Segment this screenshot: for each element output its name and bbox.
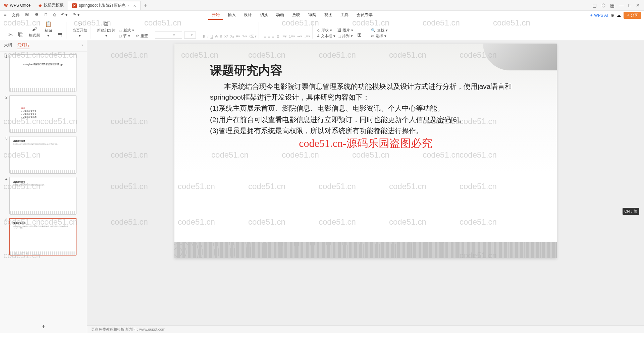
copy-button[interactable]: ⿻ bbox=[17, 31, 25, 39]
slide-body[interactable]: 本系统结合现今电影院订票信息管理系统的功能模块以及设计方式进行分析，使用java… bbox=[210, 80, 537, 137]
file-menu[interactable]: 文件 bbox=[10, 12, 21, 19]
bold-button[interactable]: B bbox=[203, 35, 205, 39]
reset-button[interactable]: ⟳ 重置 bbox=[136, 34, 148, 39]
layout-button[interactable]: ▭ 版式 ▾ bbox=[119, 28, 134, 33]
thumbnail-2[interactable]: 目录 1.1 课题研究背景 1.2 课题研究意义 1.3 课题研究内容 bbox=[9, 95, 76, 133]
clipboard-launcher[interactable]: ⬒ bbox=[55, 31, 64, 39]
close-tab-icon[interactable]: × bbox=[133, 3, 136, 8]
select-button[interactable]: ▭ 选择 ▾ bbox=[371, 34, 388, 39]
undo-icon[interactable]: ↶ ▾ bbox=[60, 12, 69, 19]
align-justify-button[interactable]: ≣ bbox=[276, 34, 279, 39]
cloud-icon[interactable]: ☁ bbox=[617, 13, 621, 18]
wave-decoration bbox=[174, 242, 557, 258]
new-slide-button[interactable]: ⊞新建幻灯片 ▾ bbox=[96, 20, 117, 39]
bullets-button[interactable]: ⁝≡▾ bbox=[281, 34, 287, 39]
italic-button[interactable]: I bbox=[207, 35, 208, 39]
canvas-area: 课题研究内容 本系统结合现今电影院订票信息管理系统的功能模块以及设计方式进行分析… bbox=[87, 40, 644, 333]
menu-view[interactable]: 视图 bbox=[321, 11, 336, 20]
app-tab[interactable]: W WPS Office bbox=[0, 3, 35, 8]
thumbnail-1[interactable]: springboot电影院订票信息管理系统.ppt bbox=[9, 54, 76, 92]
window-cube-icon[interactable]: ⬡ bbox=[601, 3, 605, 8]
search-icon[interactable]: ⊙ bbox=[611, 13, 614, 18]
save-icon[interactable]: 🖫 bbox=[24, 12, 31, 19]
thumbnails-list[interactable]: 1 springboot电影院订票信息管理系统.ppt 2 目录 1.1 课题研… bbox=[0, 52, 87, 321]
font-color-button[interactable]: A▾ bbox=[236, 34, 240, 39]
main-area: 大纲 幻灯片 ‹ 1 springboot电影院订票信息管理系统.ppt 2 目… bbox=[0, 40, 644, 333]
indent-button[interactable]: ⇥▾ bbox=[297, 34, 302, 39]
underline-button[interactable]: U bbox=[210, 35, 213, 39]
menu-review[interactable]: 审阅 bbox=[305, 11, 320, 20]
menu-animation[interactable]: 动画 bbox=[273, 11, 287, 20]
tab-menu-icon[interactable]: ▫ bbox=[128, 3, 129, 8]
menu-tools[interactable]: 工具 bbox=[337, 11, 352, 20]
tab-outline[interactable]: 大纲 bbox=[4, 42, 12, 49]
collapse-panel-icon[interactable]: ‹ bbox=[82, 42, 83, 49]
ppt-icon: P bbox=[72, 3, 77, 8]
export-icon[interactable]: ⎙ bbox=[52, 12, 57, 19]
share-button[interactable]: ♂ 分享 bbox=[624, 12, 641, 19]
slide-title[interactable]: 课题研究内容 bbox=[210, 62, 282, 79]
slide-canvas[interactable]: 课题研究内容 本系统结合现今电影院订票信息管理系统的功能模块以及设计方式进行分析… bbox=[174, 44, 557, 258]
align-right-button[interactable]: ≡ bbox=[272, 35, 274, 39]
app-name: WPS Office bbox=[10, 3, 31, 8]
find-button[interactable]: 🔍 查找 ▾ bbox=[371, 28, 388, 33]
clear-format-button[interactable]: ⌫▾ bbox=[249, 34, 257, 39]
format-painter-button[interactable]: 🖌格式刷 bbox=[28, 25, 41, 39]
ime-indicator[interactable]: CH ♪ 简 bbox=[623, 208, 640, 215]
thumbnail-5[interactable]: 课题研究内容本系统结合现今电影院订票信息管理系统的功能模块以及设计方式进行分析，… bbox=[9, 218, 76, 255]
section-button[interactable]: ⊟ 节 ▾ bbox=[119, 34, 134, 39]
menu-transition[interactable]: 切换 bbox=[257, 11, 271, 20]
textbox-button[interactable]: A 文本框 ▾ bbox=[317, 34, 335, 39]
preview-icon[interactable]: 🗋 bbox=[43, 12, 49, 19]
picture-button[interactable]: 🖼 图片 ▾ bbox=[337, 28, 353, 33]
window-app-icon[interactable]: ▢ bbox=[592, 3, 597, 8]
paste-icon: 📋 bbox=[45, 21, 51, 27]
print-icon[interactable]: 🖶 bbox=[33, 12, 40, 19]
align-left-button[interactable]: ≡ bbox=[264, 35, 266, 39]
font-family-select[interactable]: ▾ bbox=[155, 32, 182, 39]
red-watermark: code51.cn-源码乐园盗图必究 bbox=[299, 136, 432, 151]
line-spacing-button[interactable]: ↕≡▾ bbox=[304, 34, 310, 39]
redo-icon[interactable]: ↷ ▾ bbox=[71, 12, 80, 19]
tab-slides[interactable]: 幻灯片 bbox=[17, 42, 30, 49]
menu-icon[interactable]: ≡ bbox=[3, 12, 8, 19]
play-icon: ▷ bbox=[77, 21, 83, 27]
scissors-icon: ✂ bbox=[7, 32, 13, 38]
avatar-icon[interactable]: ▦ bbox=[610, 3, 614, 8]
more-shapes-button[interactable]: ⊞ bbox=[355, 31, 364, 39]
subscript-button[interactable]: X₂ bbox=[230, 34, 234, 39]
menu-member[interactable]: 会员专享 bbox=[353, 11, 376, 20]
tab-templates[interactable]: ◆ 找稻壳模板 bbox=[35, 1, 68, 10]
add-slide-button[interactable]: + bbox=[0, 321, 87, 333]
superscript-button[interactable]: X² bbox=[224, 35, 228, 39]
menu-design[interactable]: 设计 bbox=[240, 11, 255, 20]
template-icon: ◆ bbox=[39, 3, 42, 8]
menu-insert[interactable]: 插入 bbox=[224, 11, 239, 20]
maximize-button[interactable]: □ bbox=[629, 3, 631, 8]
slide-add-icon: ⊞ bbox=[103, 21, 109, 27]
toolbar: ✂ ⿻ 🖌格式刷 📋粘贴 ▾ ⬒ ▷当页开始 ▾ ⊞新建幻灯片 ▾ ▭ 版式 ▾… bbox=[0, 20, 644, 40]
wps-ai-button[interactable]: ✦ WPS AI bbox=[590, 13, 608, 18]
slideshow-from-current[interactable]: ▷当页开始 ▾ bbox=[71, 20, 89, 39]
align-center-button[interactable]: ≡ bbox=[268, 35, 270, 39]
arrange-button[interactable]: ⬚ 排列 ▾ bbox=[337, 34, 353, 39]
strike-button[interactable]: A̶ bbox=[215, 34, 218, 39]
menu-slideshow[interactable]: 放映 bbox=[289, 11, 304, 20]
add-tab-button[interactable]: + bbox=[141, 2, 150, 8]
titlebar: W WPS Office ◆ 找稻壳模板 P springboot电影院订票信息… bbox=[0, 0, 644, 11]
wps-logo-icon: W bbox=[4, 3, 8, 8]
brush-icon: 🖌 bbox=[32, 26, 38, 32]
highlight-button[interactable]: ✎▾ bbox=[242, 34, 247, 39]
close-button[interactable]: ✕ bbox=[636, 3, 640, 8]
cut-button[interactable]: ✂ bbox=[6, 31, 15, 39]
numbering-button[interactable]: 1≡▾ bbox=[289, 34, 295, 39]
shape-button[interactable]: ◇ 形状 ▾ bbox=[317, 28, 335, 33]
font-size-select[interactable]: ▾ bbox=[184, 32, 196, 39]
paste-button[interactable]: 📋粘贴 ▾ bbox=[43, 20, 53, 39]
menu-start[interactable]: 开始 bbox=[208, 11, 223, 20]
minimize-button[interactable]: — bbox=[619, 3, 624, 8]
thumbnail-4[interactable]: 课题研究意义随着信息化的不断发展，订票信息管理系统已经成为... bbox=[9, 177, 76, 215]
thumbnail-3[interactable]: 课题研究背景本系统结合现今电影院订票信息管理系统的功能模块以及设计方式进行分析.… bbox=[9, 136, 76, 174]
tab-document[interactable]: P springboot电影院订票信息 ▫ × bbox=[68, 1, 141, 10]
strikethrough-button[interactable]: S bbox=[220, 35, 222, 39]
